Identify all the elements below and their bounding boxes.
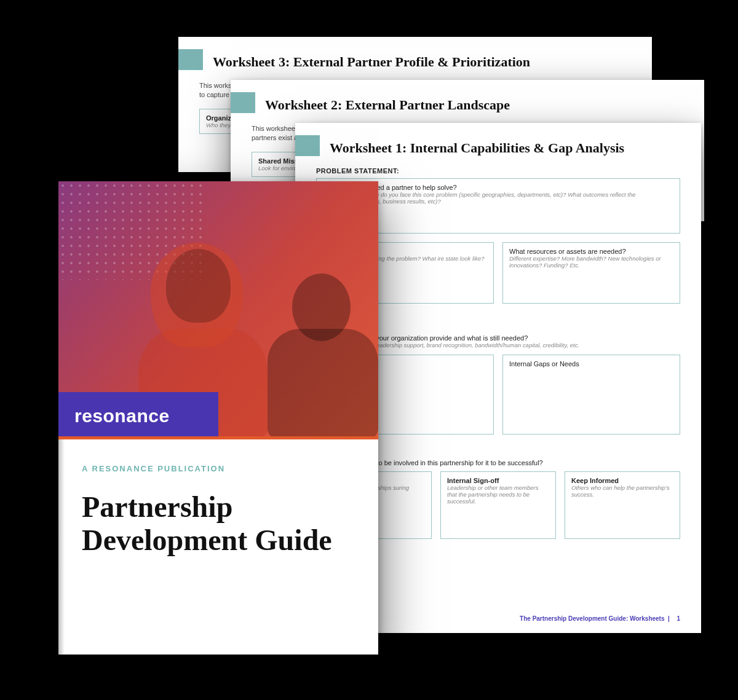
problem-statement-label: PROBLEM STATEMENT: xyxy=(316,167,680,175)
cover-eyebrow: A RESONANCE PUBLICATION xyxy=(82,464,355,473)
stake-signoff-box: Internal Sign-off Leadership or other te… xyxy=(440,471,556,539)
stake-informed-title: Keep Informed xyxy=(571,477,673,484)
worksheet-footer: The Partnership Development Guide: Works… xyxy=(520,615,680,622)
accent-block xyxy=(178,49,203,70)
accent-block xyxy=(295,135,320,156)
cover-title: Partnership Development Guide xyxy=(82,490,355,557)
gaps-box: Internal Gaps or Needs xyxy=(502,355,680,435)
person-silhouette-2 xyxy=(268,273,372,433)
logo-plate: resonance xyxy=(58,392,218,439)
resources-q: What resources or assets are needed? xyxy=(509,248,673,255)
worksheet-1-title: Worksheet 1: Internal Capabilities & Gap… xyxy=(330,140,680,156)
stake-informed-box: Keep Informed Others who can help the pa… xyxy=(565,471,680,539)
stake-informed-hint: Others who can help the partnership's su… xyxy=(571,484,673,498)
stake-signoff-hint: Leadership or other team members that th… xyxy=(447,484,549,505)
document-stack: Worksheet 3: External Partner Profile & … xyxy=(0,0,738,700)
stake-signoff-title: Internal Sign-off xyxy=(447,477,549,484)
gaps-title: Internal Gaps or Needs xyxy=(509,360,673,368)
brand-logo-text: resonance xyxy=(74,406,170,427)
worksheet-2-title: Worksheet 2: External Partner Landscape xyxy=(265,97,683,113)
resources-hint: Different expertise? More bandwidth? New… xyxy=(509,255,673,269)
guide-cover: resonance A RESONANCE PUBLICATION Partne… xyxy=(58,181,378,655)
cover-hero-image: resonance xyxy=(58,181,378,439)
accent-block xyxy=(231,92,255,113)
page-number: 1 xyxy=(676,615,680,622)
worksheet-3-title: Worksheet 3: External Partner Profile & … xyxy=(213,54,631,70)
resources-box: What resources or assets are needed? Dif… xyxy=(502,242,680,304)
